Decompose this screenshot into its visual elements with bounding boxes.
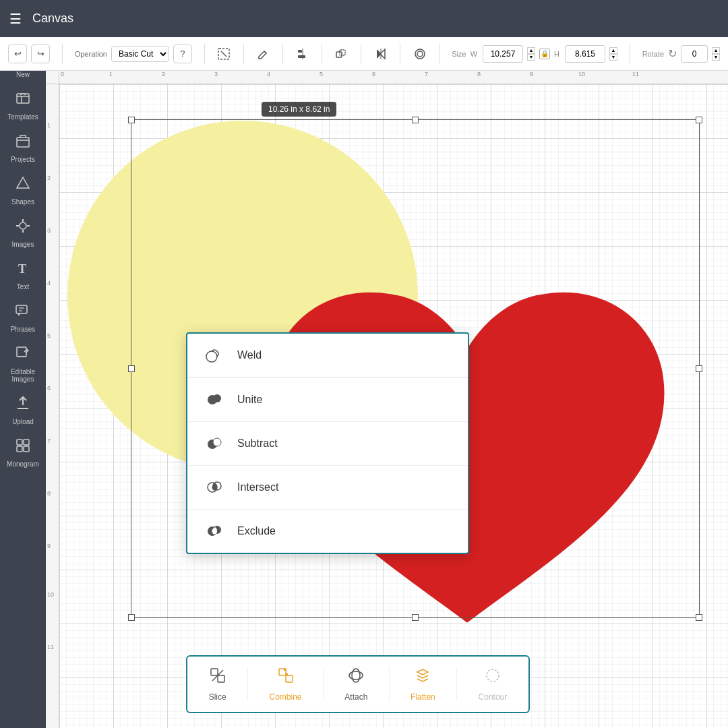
ruler-h-tick-0: 0 (61, 71, 64, 78)
edit-button[interactable] (256, 43, 270, 65)
svg-rect-16 (17, 94, 29, 103)
bt-item-slice[interactable]: Slice (201, 663, 235, 706)
context-menu: Weld Unite (186, 332, 469, 554)
svg-rect-25 (16, 305, 27, 313)
sel-handle-tm[interactable] (412, 117, 419, 123)
bt-item-attach[interactable]: Attach (336, 663, 375, 706)
sidebar-item-monogram[interactable]: Monogram (1, 432, 44, 473)
ruler-h-tick-8: 8 (477, 71, 481, 78)
intersect-icon (204, 477, 225, 498)
sidebar-item-editable-images[interactable]: Editable Images (1, 340, 44, 388)
menu-item-subtract[interactable]: Subtract (187, 422, 468, 466)
svg-rect-34 (24, 446, 29, 452)
phrases-icon (15, 303, 31, 323)
size-h-up[interactable]: ▲ (609, 47, 617, 54)
ruler-v-tick-8: 8 (47, 490, 51, 497)
sep-5 (322, 44, 322, 64)
svg-text:T: T (18, 262, 26, 276)
sel-handle-br[interactable] (696, 614, 702, 621)
size-w-label: W (471, 50, 477, 58)
monogram-icon (15, 437, 31, 458)
ruler-v-tick-10: 10 (47, 591, 54, 598)
svg-rect-33 (17, 446, 22, 452)
bt-sep-3 (389, 667, 390, 701)
sidebar: New Templates Projects (0, 37, 46, 728)
ruler-v-tick-3: 3 (47, 227, 51, 234)
operation-label: Operation (75, 50, 107, 58)
sep-6 (361, 44, 361, 64)
menu-item-weld[interactable]: Weld (187, 334, 468, 377)
bt-item-flatten[interactable]: Flatten (402, 663, 444, 706)
size-group: Size W ▲ ▼ 🔒 H ▲ ▼ (452, 45, 617, 63)
align-button[interactable] (295, 43, 309, 65)
sep-1 (62, 44, 63, 64)
bt-label-slice: Slice (209, 692, 226, 702)
svg-marker-18 (17, 177, 29, 188)
arrange-button[interactable] (334, 43, 348, 65)
ruler-h-tick-4: 4 (267, 71, 270, 78)
rotate-input[interactable] (681, 45, 708, 63)
menu-item-exclude[interactable]: Exclude (187, 510, 468, 553)
arrange-icon (335, 47, 348, 61)
ruler-h-tick-7: 7 (425, 71, 428, 78)
offset-button[interactable] (413, 43, 427, 65)
sidebar-item-label-monogram: Monogram (7, 460, 39, 468)
sidebar-item-shapes[interactable]: Shapes (1, 170, 44, 211)
operation-help-button[interactable]: ? (173, 44, 192, 63)
svg-rect-49 (284, 669, 286, 671)
svg-rect-7 (340, 50, 345, 55)
undo-button[interactable]: ↩ (8, 44, 27, 63)
size-w-input[interactable] (483, 45, 523, 63)
flip-button[interactable] (373, 43, 388, 65)
svg-rect-3 (298, 50, 302, 53)
sidebar-item-text[interactable]: T Text (1, 255, 44, 296)
rotate-group: Rotate ↻ ▲ ▼ (642, 45, 720, 63)
svg-rect-6 (336, 52, 342, 57)
menu-item-intersect[interactable]: Intersect (187, 466, 468, 510)
rotate-down[interactable]: ▼ (712, 54, 720, 61)
sidebar-item-label-upload: Upload (12, 418, 34, 425)
size-h-input[interactable] (565, 45, 605, 63)
sel-handle-tl[interactable] (128, 117, 135, 123)
ruler-v-tick-11: 11 (47, 644, 54, 650)
operation-select[interactable]: Basic Cut (111, 46, 169, 62)
sel-handle-tr[interactable] (696, 117, 702, 123)
deselect-button[interactable] (217, 43, 231, 65)
size-h-down[interactable]: ▼ (609, 54, 617, 61)
rotate-up[interactable]: ▲ (712, 47, 720, 54)
ruler-h-tick-2: 2 (162, 71, 165, 78)
hamburger-icon[interactable]: ☰ (9, 11, 22, 27)
sep-3 (243, 44, 244, 64)
upload-icon (15, 395, 31, 415)
sidebar-item-label-projects: Projects (11, 156, 35, 163)
svg-rect-32 (24, 439, 29, 445)
sep-4 (282, 44, 283, 64)
sidebar-item-label-phrases: Phrases (11, 326, 36, 333)
main-toolbar: ↩ ↪ Operation Basic Cut ? (0, 37, 728, 71)
svg-point-35 (206, 351, 217, 362)
templates-icon (15, 90, 31, 111)
lock-aspect-icon[interactable]: 🔒 (539, 49, 550, 59)
svg-point-19 (20, 222, 26, 229)
sidebar-item-projects[interactable]: Projects (1, 127, 44, 169)
svg-point-52 (352, 669, 360, 682)
svg-rect-44 (211, 669, 218, 675)
sel-handle-bl[interactable] (128, 614, 135, 621)
svg-line-2 (264, 51, 266, 53)
ruler-v-tick-1: 1 (47, 122, 51, 129)
sidebar-item-templates[interactable]: Templates (1, 85, 44, 126)
redo-button[interactable]: ↪ (31, 44, 50, 63)
ruler-h-tick-1: 1 (109, 71, 113, 78)
sidebar-item-images[interactable]: Images (1, 212, 44, 253)
canvas-grid[interactable]: 10.26 in x 8.62 in Weld (59, 84, 728, 728)
bt-label-combine: Combine (269, 692, 301, 702)
size-w-up[interactable]: ▲ (527, 47, 535, 54)
bt-item-combine[interactable]: Combine (261, 663, 309, 706)
menu-item-unite[interactable]: Unite (187, 378, 468, 422)
ruler-v-tick-5: 5 (47, 332, 51, 339)
sidebar-item-phrases[interactable]: Phrases (1, 297, 44, 338)
sidebar-item-label-shapes: Shapes (11, 198, 34, 206)
sidebar-item-upload[interactable]: Upload (1, 390, 44, 431)
size-w-down[interactable]: ▼ (527, 54, 535, 61)
sel-handle-mr[interactable] (696, 365, 702, 372)
